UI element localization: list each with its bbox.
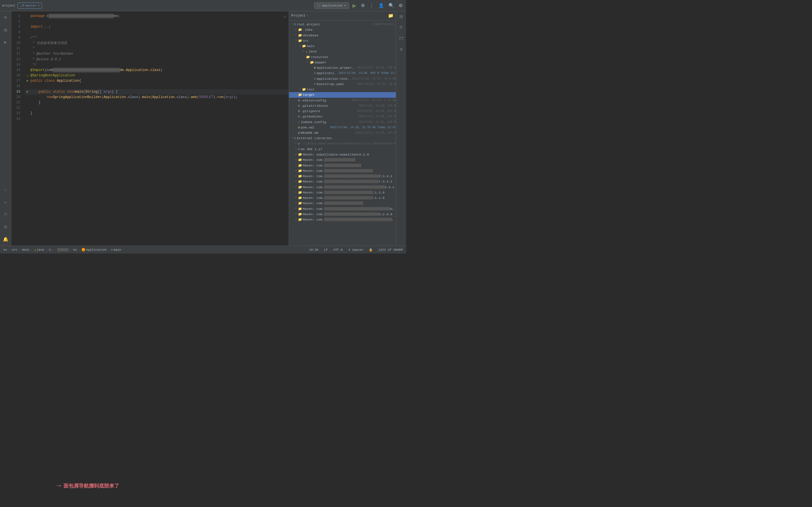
left-gutter-run-icon[interactable]: ▶ bbox=[3, 38, 8, 46]
tree-item-java[interactable]: ▸ ☕ java bbox=[289, 49, 396, 54]
status-lock-icon[interactable]: 🔒 bbox=[368, 247, 374, 252]
tree-item-maven-3[interactable]: ▸ 📁 Maven: com.█████████████████████████ bbox=[289, 168, 396, 173]
breadcrumb-item-main[interactable]: main bbox=[21, 247, 31, 252]
tree-item-maven-10[interactable]: ▸ 📁 Maven: com.█████████████████████████… bbox=[289, 206, 396, 212]
tree-item-app-yaml[interactable]: ⚙ application.yaml 2022/11/20, 13:38, 85… bbox=[289, 70, 396, 76]
run-settings-button[interactable]: ⚙ bbox=[360, 2, 366, 9]
tree-item-maven-4[interactable]: ▸ 📁 Maven: com.█████████████████████████… bbox=[289, 173, 396, 179]
tree-item-bootstrap-yaml[interactable]: ⚙ bootstrap.yaml 2022/10/11, 21:55, 30 B bbox=[289, 81, 396, 87]
tree-item-idea[interactable]: ▸ 📁 .idea bbox=[289, 27, 396, 33]
layout-icon[interactable]: ⊞ bbox=[400, 47, 403, 52]
tree-item-editorconfig[interactable]: ⚙ .editorconfig 2022/11/17, 21:19, 1.41 … bbox=[289, 98, 396, 103]
code-editor[interactable]: package c███████████████████████████████… bbox=[22, 11, 289, 245]
run-config-button[interactable]: ⬡ Application ▾ bbox=[314, 2, 349, 9]
tree-item-src[interactable]: ▾ 📁 src bbox=[289, 38, 396, 43]
tree-toggle-idea[interactable]: ▸ bbox=[294, 28, 298, 32]
branch-selector[interactable]: ⎇ master ▾ bbox=[17, 3, 42, 9]
left-gutter-notify-icon[interactable]: 🔔 bbox=[2, 235, 10, 243]
tree-toggle-database[interactable]: ▸ bbox=[294, 33, 298, 37]
user-icon-button[interactable]: 👤 bbox=[377, 2, 385, 9]
tree-item-external-libs[interactable]: ▾ ⊡ External Libraries bbox=[289, 135, 396, 141]
tree-toggle-target[interactable]: ▸ bbox=[294, 93, 298, 97]
tree-toggle-main[interactable]: ▾ bbox=[298, 44, 302, 48]
tree-toggle-root[interactable]: ▾ bbox=[290, 22, 294, 26]
status-encoding[interactable]: UTF-8 bbox=[332, 247, 344, 252]
database-folder-icon: 📁 bbox=[298, 33, 302, 38]
tree-item-maven-7[interactable]: ▸ 📁 Maven: com.█████████████████████████… bbox=[289, 190, 396, 195]
breadcrumb-item-blurred[interactable]: ██████ bbox=[56, 247, 70, 252]
tree-item-app-properties[interactable]: ⚙ application.properties 2022/11/9, 15:4… bbox=[289, 65, 396, 70]
tree-item-database[interactable]: ▸ 📁 database bbox=[289, 33, 396, 38]
line-numbers: 1 2 3 8 9 10 11 12 13 14 15 16 17 18 19 … bbox=[11, 11, 22, 245]
tree-item-maven-1[interactable]: ▸ 📁 Maven: com.████████████████ bbox=[289, 157, 396, 163]
tree-toggle-test[interactable]: ▸ bbox=[298, 88, 302, 92]
file-tree[interactable]: ▾ ⊡ root project ~/IdeaProjects/ ▸ 📁 .id… bbox=[289, 20, 396, 245]
more-options-button[interactable]: ⋮ bbox=[368, 2, 375, 9]
tree-item-target[interactable]: ▸ 📁 target bbox=[289, 92, 396, 98]
tree-item-jdk18[interactable]: ▸ ⊡ < 1.8 > /Library/Java/JavaVirtualMac… bbox=[289, 141, 396, 147]
tree-item-lombok-config[interactable]: ⚡ lombok.config 2022/8/2, 17:31, 638 B bbox=[289, 119, 396, 125]
tree-toggle-mapper[interactable]: ▸ bbox=[306, 61, 310, 64]
tree-item-maven-2[interactable]: ▸ 📁 Maven: com.███████████████████ bbox=[289, 163, 396, 168]
tree-toggle-resources[interactable]: ▾ bbox=[302, 55, 306, 59]
breadcrumb-sep-6: › bbox=[70, 248, 72, 251]
left-gutter-history-icon[interactable]: ⏱ bbox=[2, 211, 9, 219]
status-memory[interactable]: 1222 of 4096M bbox=[377, 247, 404, 252]
left-gutter-git-icon[interactable]: ⑂ bbox=[3, 187, 8, 194]
tree-item-maven-6[interactable]: ▸ 📁 Maven: com.█████████████████████████… bbox=[289, 184, 396, 190]
tree-item-maven-5[interactable]: ▸ 📁 Maven: com.█████████████████████████… bbox=[289, 179, 396, 184]
top-bar-left: project ⎇ master ▾ bbox=[2, 3, 312, 9]
tree-toggle-src[interactable]: ▾ bbox=[294, 39, 298, 43]
tree-item-readme[interactable]: m README.md 2022/10/11, 21:03, 134 B bbox=[289, 130, 396, 135]
breadcrumb-item-es[interactable]: es bbox=[2, 247, 8, 252]
tree-item-maven-9[interactable]: ▸ 📁 Maven: com.████████████████████ bbox=[289, 201, 396, 206]
left-gutter-share-icon[interactable]: ⧉ bbox=[3, 223, 8, 231]
tree-item-maven-8[interactable]: ▸ 📁 Maven: com.█████████████████████████… bbox=[289, 195, 396, 201]
tree-item-gosdk[interactable]: ▸ ⊡ Go SDK 1.17 bbox=[289, 147, 396, 152]
tree-item-mapper[interactable]: ▸ 📁 mapper bbox=[289, 60, 396, 65]
status-line-col[interactable]: 19:30 bbox=[308, 247, 319, 252]
code-line-19: ▶ public static void main(String[] args)… bbox=[25, 89, 289, 95]
project-panel-title[interactable]: Project ▾ bbox=[291, 14, 386, 18]
tree-item-gitignore[interactable]: ⊘ .gitignore 2021/5/21, 15:04, 623 B bbox=[289, 108, 396, 114]
tree-item-main[interactable]: ▾ 📁 main bbox=[289, 43, 396, 49]
tree-item-maven-aop[interactable]: ▸ 📁 Maven: aopalliance:aopalliance:1.0 bbox=[289, 152, 396, 157]
status-indent[interactable]: 4 spaces bbox=[347, 247, 364, 252]
breadcrumb-item-c[interactable]: C… bbox=[48, 247, 54, 252]
run-button[interactable]: ▶ bbox=[351, 1, 357, 10]
tree-toggle-java[interactable]: ▸ bbox=[302, 50, 306, 54]
structure-icon[interactable]: ▤ bbox=[400, 13, 403, 19]
code-line-23: } bbox=[25, 111, 289, 116]
tree-item-app-test-yaml[interactable]: ⚙ application-test.yaml 2022/11/20, 23:3… bbox=[289, 76, 396, 81]
tree-toggle-jdk18[interactable]: ▸ bbox=[294, 142, 298, 146]
search-button[interactable]: 🔍 bbox=[388, 2, 395, 9]
tree-item-gitmodules[interactable]: ≡ .gitmodules 2021/4/8, 12:08, 131 B bbox=[289, 114, 396, 119]
breadcrumb-item-main-method[interactable]: ▶ main bbox=[110, 247, 122, 252]
code-line-12: * @author YourBatman bbox=[25, 51, 289, 57]
breadcrumb-item-es2[interactable]: es bbox=[72, 247, 78, 252]
tree-item-gitattributes[interactable]: ≡ .gitattributes 2021/4/8, 12:08, 715 B bbox=[289, 103, 396, 108]
folder-icon-button[interactable]: 📁 bbox=[388, 13, 394, 18]
breadcrumb-item-java[interactable]: ☕ java bbox=[33, 247, 45, 252]
tree-item-maven-12[interactable]: ▸ 📁 Maven: com.█████████████████████████… bbox=[289, 217, 396, 222]
run-config-chevron-icon: ▾ bbox=[344, 4, 346, 7]
global-settings-button[interactable]: ⚙ bbox=[398, 2, 404, 9]
tree-toggle-external-libs[interactable]: ▾ bbox=[290, 136, 294, 140]
tree-toggle-maven-aop[interactable]: ▸ bbox=[294, 153, 298, 157]
ln-20: 20 bbox=[11, 95, 20, 100]
database-icon[interactable]: 🗃 bbox=[399, 36, 403, 41]
left-gutter-top-icon[interactable]: ⊞ bbox=[3, 13, 8, 21]
left-gutter-terminal-icon[interactable]: ▤ bbox=[3, 26, 8, 34]
tree-toggle-gosdk[interactable]: ▸ bbox=[294, 147, 298, 151]
maven-icon[interactable]: m bbox=[400, 25, 403, 30]
tree-item-test[interactable]: ▸ 📁 test bbox=[289, 87, 396, 92]
breadcrumb-item-application[interactable]: 🟠 Application bbox=[80, 247, 108, 252]
tree-item-root[interactable]: ▾ ⊡ root project ~/IdeaProjects/ bbox=[289, 22, 396, 27]
status-bar-right: 19:30 LF UTF-8 4 spaces 🔒 1222 of 4096M bbox=[308, 247, 404, 252]
breadcrumb-item-src[interactable]: src bbox=[11, 247, 18, 252]
tree-item-resources[interactable]: ▾ 📁 resources bbox=[289, 54, 396, 60]
tree-item-maven-11[interactable]: ▸ 📁 Maven: com.█████████████████████████… bbox=[289, 212, 396, 217]
tree-item-pom-xml[interactable]: m pom.xml 2022/11/30, 14:16, 15.78 kB To… bbox=[289, 125, 396, 130]
status-line-ending[interactable]: LF bbox=[323, 247, 329, 252]
left-gutter-console-icon[interactable]: ⌨ bbox=[3, 199, 8, 207]
